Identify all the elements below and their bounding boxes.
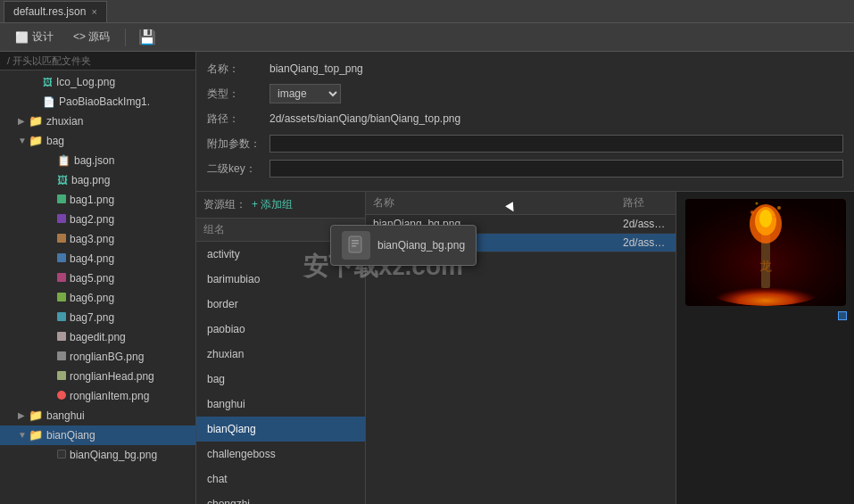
group-item-bianqiang[interactable]: bianQiang: [196, 417, 365, 442]
image-icon: [57, 270, 66, 286]
list-item[interactable]: bag6.png: [0, 288, 195, 308]
extra-row: 附加参数：: [207, 134, 843, 153]
col-path-header: 路径: [616, 195, 676, 211]
resource-path: 2d/assets/bianQiang/bianQiang_top.png: [616, 236, 676, 249]
file-drag-icon: [345, 235, 367, 256]
list-item[interactable]: ronglianItem.png: [0, 386, 195, 406]
drag-label: bianQiang_bg.png: [377, 239, 465, 252]
folder-icon: 📁: [29, 427, 43, 443]
svg-rect-12: [352, 240, 359, 242]
svg-point-6: [750, 211, 754, 214]
list-item[interactable]: ▶ 📁 zhuxian: [0, 112, 195, 131]
image-icon: [57, 192, 66, 208]
resources-table-header: 名称 路径: [366, 192, 676, 215]
tab-close-button[interactable]: ×: [91, 6, 96, 17]
col-name-header: 名称: [366, 195, 616, 211]
drag-overlay: bianQiang_bg.png: [330, 225, 477, 266]
image-icon: [57, 231, 66, 247]
svg-point-7: [777, 206, 781, 210]
list-item[interactable]: 📋 bag.json: [0, 151, 195, 170]
toolbar: ⬜ 设计 <> 源码 💾: [0, 23, 854, 52]
key-label: 二级key：: [207, 161, 269, 177]
svg-text:龙: 龙: [759, 260, 772, 273]
key-row: 二级key：: [207, 159, 843, 178]
key-input[interactable]: [269, 160, 843, 178]
svg-rect-14: [352, 245, 356, 247]
list-item[interactable]: bag1.png: [0, 190, 195, 210]
type-select[interactable]: image sound text: [269, 84, 341, 103]
groups-list: activity barimubiao border paobiao zhuxi…: [196, 242, 365, 504]
search-bar: [0, 52, 195, 70]
list-item[interactable]: bag7.png: [0, 308, 195, 327]
image-icon: [57, 310, 66, 326]
group-item[interactable]: banghui: [196, 392, 365, 417]
group-item-chat[interactable]: chat: [196, 467, 365, 492]
list-item[interactable]: bag5.png: [0, 269, 195, 288]
list-item[interactable]: 🖼 Ico_Log.png: [0, 72, 195, 92]
image-icon: [57, 211, 66, 227]
list-item[interactable]: ▼ 📁 bianQiang: [0, 426, 195, 445]
properties-panel: 名称： bianQiang_top_png 类型： image sound te…: [196, 52, 854, 192]
list-item[interactable]: 🖼 bag.png: [0, 170, 195, 190]
svg-point-5: [759, 210, 772, 227]
svg-point-8: [755, 202, 758, 205]
path-row: 路径： 2d/assets/bianQiang/bianQiang_top.pn…: [207, 109, 843, 128]
resource-path: 2d/assets/bianQiang/bianQiang_bg.png: [616, 218, 676, 230]
list-item[interactable]: ronglianHead.png: [0, 367, 195, 386]
drag-icon: [342, 231, 370, 260]
image-icon: 📄: [43, 94, 55, 110]
svg-rect-13: [352, 243, 359, 244]
image-icon: [57, 251, 66, 267]
save-button[interactable]: 💾: [133, 29, 162, 45]
preview-image: 龙: [685, 199, 846, 306]
image-icon: [57, 349, 66, 365]
design-icon: ⬜: [15, 31, 29, 44]
image-icon: 🖼: [57, 172, 68, 188]
list-item[interactable]: bag4.png: [0, 249, 195, 269]
list-item[interactable]: ronglianBG.png: [0, 347, 195, 367]
code-button[interactable]: <> 源码: [65, 26, 118, 48]
group-item[interactable]: border: [196, 292, 365, 317]
toolbar-separator: [125, 29, 126, 46]
list-item[interactable]: bag3.png: [0, 229, 195, 249]
image-icon: 🖼: [43, 74, 53, 90]
extra-input[interactable]: [269, 135, 843, 153]
list-item[interactable]: bag2.png: [0, 210, 195, 229]
content-area: 名称： bianQiang_top_png 类型： image sound te…: [196, 52, 854, 504]
design-button[interactable]: ⬜ 设计: [7, 26, 62, 48]
group-item[interactable]: chongzhi: [196, 492, 365, 504]
tab-bar: default.res.json ×: [0, 0, 854, 23]
preview-area: 龙: [676, 192, 854, 504]
groups-header: 资源组： + 添加组: [196, 192, 365, 219]
preview-svg: 龙: [685, 199, 846, 306]
group-item[interactable]: zhuxian: [196, 342, 365, 367]
folder-icon: 📁: [29, 133, 43, 149]
image-icon: [57, 388, 66, 404]
list-item[interactable]: ▶ 📁 banghui: [0, 406, 195, 426]
list-item[interactable]: 📄 PaoBiaoBackImg1.: [0, 92, 195, 112]
add-group-button[interactable]: + 添加组: [252, 197, 293, 212]
tab-default-res-json[interactable]: default.res.json ×: [4, 1, 107, 22]
file-tree-sidebar: 🖼 Ico_Log.png 📄 PaoBiaoBackImg1. ▶ 📁 zhu…: [0, 52, 196, 504]
folder-icon: 📁: [29, 408, 43, 424]
path-value: 2d/assets/bianQiang/bianQiang_top.png: [269, 112, 843, 125]
name-label: 名称：: [207, 62, 269, 77]
search-input[interactable]: [7, 55, 188, 66]
extra-label: 附加参数：: [207, 136, 269, 152]
json-icon: 📋: [57, 153, 70, 169]
image-icon: [57, 447, 66, 463]
main-layout: 🖼 Ico_Log.png 📄 PaoBiaoBackImg1. ▶ 📁 zhu…: [0, 52, 854, 504]
group-item[interactable]: barimubiao: [196, 267, 365, 292]
list-item[interactable]: ▼ 📁 bag: [0, 131, 195, 151]
name-row: 名称： bianQiang_top_png: [207, 59, 843, 78]
group-item[interactable]: bag: [196, 367, 365, 392]
group-item[interactable]: paobiao: [196, 317, 365, 342]
preview-indicator: [838, 311, 847, 320]
resource-area: 资源组： + 添加组 组名 activity barimubiao border…: [196, 192, 854, 504]
svg-point-9: [773, 216, 775, 219]
svg-rect-11: [349, 236, 361, 252]
image-icon: [57, 329, 66, 345]
list-item[interactable]: bianQiang_bg.png: [0, 445, 195, 465]
list-item[interactable]: bagedit.png: [0, 327, 195, 347]
group-item[interactable]: challengeboss: [196, 442, 365, 467]
